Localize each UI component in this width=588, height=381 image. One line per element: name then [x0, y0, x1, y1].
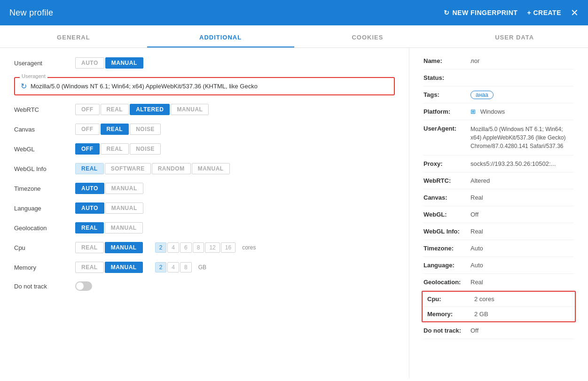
name-label: Name:	[423, 57, 470, 64]
geolocation-real-btn[interactable]: REAL	[75, 222, 104, 233]
useragent-refresh-icon[interactable]: ↻	[21, 82, 27, 91]
memory-real-btn[interactable]: REAL	[75, 262, 104, 273]
geolocation-manual-btn[interactable]: MANUAL	[105, 222, 143, 233]
tags-value: анаа	[470, 91, 574, 98]
webgl-label: WebGL	[14, 146, 71, 153]
language-group: AUTO MANUAL	[75, 202, 143, 214]
do-not-track-row: Do not track	[14, 281, 395, 291]
tags-row: Tags: анаа	[423, 86, 574, 103]
canvas-label: Canvas	[14, 126, 71, 133]
canvas-real-btn[interactable]: REAL	[101, 124, 129, 135]
timezone-info-row: Timezone: Auto	[423, 240, 574, 257]
cpu-row: Cpu REAL MANUAL 2 4 6 8 12 16 cores	[14, 242, 395, 253]
cpu-manual-btn[interactable]: MANUAL	[105, 242, 143, 253]
canvas-off-btn[interactable]: OFF	[75, 124, 100, 135]
webgl-info-detail-value: Real	[470, 228, 574, 235]
webrtc-real-btn[interactable]: REAL	[101, 104, 129, 115]
language-manual-btn[interactable]: MANUAL	[105, 202, 143, 214]
cpu-6-btn[interactable]: 6	[180, 242, 192, 253]
webgl-noise-btn[interactable]: NOISE	[130, 143, 161, 155]
close-button[interactable]: ✕	[571, 7, 579, 18]
webgl-info-label-r: WebGL:	[423, 211, 470, 218]
webgl-info-detail-label: WebGL Info:	[423, 228, 470, 235]
header-actions: ↻ NEW FINGERPRINT + CREATE ✕	[444, 7, 579, 18]
status-label: Status:	[423, 74, 470, 81]
webgl-real-btn[interactable]: REAL	[101, 143, 129, 155]
webgl-info-real-btn[interactable]: REAL	[75, 163, 104, 174]
left-panel: Useragent AUTO MANUAL Useragent ↻ Mozill…	[0, 48, 409, 378]
memory-4-btn[interactable]: 4	[167, 262, 179, 272]
webgl-info-detail-row: WebGL Info: Real	[423, 223, 574, 240]
proxy-label: Proxy:	[423, 160, 470, 167]
useragent-mode-group: AUTO MANUAL	[75, 57, 143, 69]
webgl-info-random-btn[interactable]: RANDOM	[152, 163, 191, 174]
timezone-group: AUTO MANUAL	[75, 183, 143, 194]
useragent-info-value: Mozilla/5.0 (Windows NT 6.1; Win64; x64)…	[470, 125, 574, 150]
tab-cookies[interactable]: COOKIES	[294, 25, 441, 47]
tags-label: Tags:	[423, 91, 470, 98]
webgl-info-value-r: Off	[470, 211, 574, 218]
timezone-auto-btn[interactable]: AUTO	[75, 183, 104, 194]
webgl-info-manual-btn[interactable]: MANUAL	[192, 163, 230, 174]
useragent-auto-btn[interactable]: AUTO	[75, 57, 104, 69]
webrtc-altered-btn[interactable]: ALTERED	[130, 104, 170, 115]
language-label: Language	[14, 205, 71, 212]
cpu-info-label: Cpu:	[427, 295, 474, 303]
tab-additional[interactable]: ADDITIONAL	[147, 25, 294, 47]
tab-general[interactable]: GENERAL	[0, 25, 147, 47]
memory-8-btn[interactable]: 8	[180, 262, 192, 272]
useragent-label: Useragent	[14, 60, 71, 67]
webrtc-info-label: WebRTC:	[423, 177, 470, 184]
platform-row: Platform: ⊞ Windows	[423, 103, 574, 120]
webgl-group: OFF REAL NOISE	[75, 143, 161, 155]
geolocation-row: Geolocation REAL MANUAL	[14, 222, 395, 233]
cpu-4-btn[interactable]: 4	[167, 242, 179, 253]
timezone-manual-btn[interactable]: MANUAL	[105, 183, 143, 194]
memory-unit: GB	[198, 264, 206, 271]
canvas-group: OFF REAL NOISE	[75, 124, 161, 135]
cpu-info-row: Cpu: 2 cores	[423, 292, 575, 307]
tab-bar: GENERAL ADDITIONAL COOKIES USER DATA	[0, 25, 588, 48]
webgl-off-btn[interactable]: OFF	[75, 143, 100, 155]
cpu-unit: cores	[242, 244, 256, 251]
tab-user-data[interactable]: USER DATA	[441, 25, 588, 47]
canvas-info-row: Canvas: Real	[423, 189, 574, 206]
webrtc-row: WebRTC OFF REAL ALTERED MANUAL	[14, 104, 395, 115]
do-not-track-toggle[interactable]	[75, 281, 92, 291]
cpu-12-btn[interactable]: 12	[205, 242, 220, 253]
memory-manual-btn[interactable]: MANUAL	[105, 262, 143, 273]
useragent-manual-btn[interactable]: MANUAL	[105, 57, 143, 69]
do-not-track-info-label: Do not track:	[423, 327, 470, 334]
page-title: New profile	[9, 8, 53, 18]
webrtc-info-value: Altered	[470, 177, 574, 184]
header: New profile ↻ NEW FINGERPRINT + CREATE ✕	[0, 0, 588, 25]
cpu-8-btn[interactable]: 8	[193, 242, 204, 253]
do-not-track-info-value: Off	[470, 327, 574, 334]
cpu-real-btn[interactable]: REAL	[75, 242, 104, 253]
main-content: Useragent AUTO MANUAL Useragent ↻ Mozill…	[0, 48, 588, 378]
geolocation-info-value: Real	[470, 279, 574, 286]
geolocation-group: REAL MANUAL	[75, 222, 143, 233]
proxy-row: Proxy: socks5://193.23.50.26:10502:...	[423, 156, 574, 172]
canvas-info-value: Real	[470, 194, 574, 201]
status-row: Status:	[423, 70, 574, 86]
canvas-info-label: Canvas:	[423, 194, 470, 201]
memory-2-btn[interactable]: 2	[155, 262, 167, 272]
timezone-info-value: Auto	[470, 245, 574, 252]
cpu-16-btn[interactable]: 16	[221, 242, 235, 253]
webrtc-info-row: WebRTC: Altered	[423, 172, 574, 189]
create-button[interactable]: + CREATE	[527, 9, 561, 16]
webrtc-off-btn[interactable]: OFF	[75, 104, 100, 115]
cpu-info-value: 2 cores	[474, 295, 570, 303]
canvas-noise-btn[interactable]: NOISE	[130, 124, 161, 135]
language-auto-btn[interactable]: AUTO	[75, 202, 104, 214]
platform-label: Platform:	[423, 108, 470, 115]
webgl-info-software-btn[interactable]: SOFTWARE	[105, 163, 151, 174]
tag-badge: анаа	[470, 91, 494, 99]
useragent-value[interactable]: Mozilla/5.0 (Windows NT 6.1; Win64; x64)…	[31, 83, 388, 90]
webrtc-manual-btn[interactable]: MANUAL	[171, 104, 209, 115]
memory-value-group: 2 4 8	[155, 262, 192, 272]
new-fingerprint-button[interactable]: ↻ NEW FINGERPRINT	[444, 9, 517, 16]
cpu-label: Cpu	[14, 244, 71, 251]
cpu-2-btn[interactable]: 2	[155, 242, 167, 253]
